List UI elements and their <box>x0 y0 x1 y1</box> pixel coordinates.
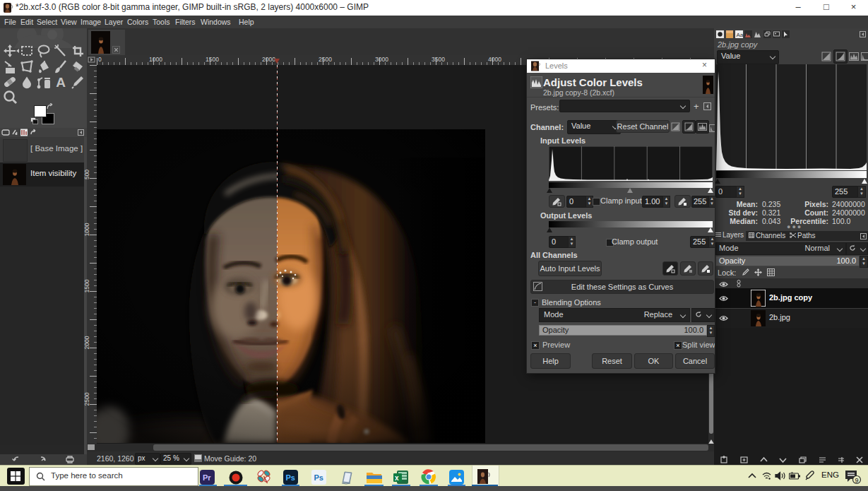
svg-text:x: x <box>395 474 399 482</box>
svg-text:Pr: Pr <box>203 473 211 482</box>
svg-text:Ps: Ps <box>286 473 295 482</box>
svg-text:Ps: Ps <box>314 473 323 482</box>
svg-text:Aa: Aa <box>737 32 744 38</box>
svg-text:9: 9 <box>855 477 859 484</box>
svg-text:A: A <box>56 75 66 90</box>
